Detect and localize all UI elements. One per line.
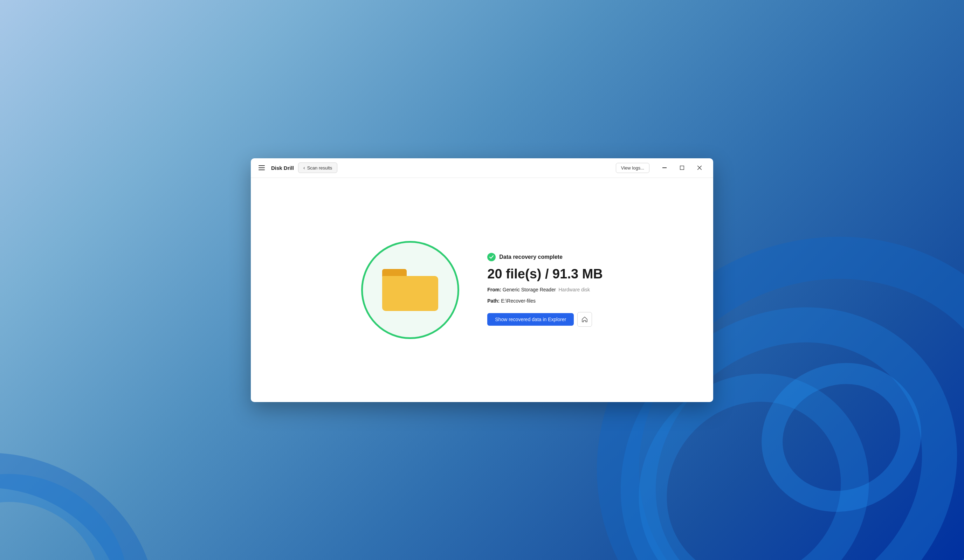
path-value: E:\Recover-files [501, 298, 536, 304]
minimize-icon [663, 168, 667, 168]
folder-icon [382, 269, 438, 311]
from-type: Hardware disk [559, 287, 589, 293]
maximize-button[interactable] [674, 162, 690, 173]
status-text: Data recovery complete [499, 254, 563, 260]
svg-point-4 [0, 432, 174, 560]
svg-point-5 [0, 457, 143, 560]
breadcrumb-back-button[interactable]: ‹ Scan results [298, 163, 337, 173]
back-arrow-icon: ‹ [303, 165, 305, 171]
close-button[interactable] [692, 162, 708, 173]
from-source: Generic Storage Reader [503, 287, 556, 293]
app-window: Disk Drill ‹ Scan results View logs... [251, 158, 713, 402]
titlebar-right: View logs... [616, 162, 708, 173]
path-label: Path: [487, 298, 500, 304]
titlebar-left: Disk Drill ‹ Scan results [256, 163, 616, 173]
app-title: Disk Drill [271, 165, 294, 171]
home-button[interactable] [577, 312, 592, 327]
path-row: Path: E:\Recover-files [487, 298, 602, 304]
maximize-icon [680, 166, 684, 170]
titlebar: Disk Drill ‹ Scan results View logs... [251, 158, 713, 178]
folder-illustration [361, 241, 459, 339]
folder-tab [382, 269, 407, 277]
svg-rect-7 [680, 166, 684, 170]
breadcrumb-label: Scan results [307, 165, 332, 171]
from-label: From: [487, 287, 501, 293]
folder-body [382, 276, 438, 311]
info-section: Data recovery complete 20 file(s) / 91.3… [487, 253, 602, 327]
files-count: 20 file(s) / 91.3 MB [487, 267, 602, 282]
svg-point-3 [754, 354, 929, 521]
status-row: Data recovery complete [487, 253, 602, 261]
show-in-explorer-button[interactable]: Show recovered data in Explorer [487, 313, 574, 326]
checkmark-svg [489, 255, 494, 259]
svg-rect-6 [663, 168, 667, 168]
check-circle-icon [487, 253, 496, 261]
action-row: Show recovered data in Explorer [487, 312, 602, 327]
home-icon [581, 316, 588, 323]
minimize-button[interactable] [656, 162, 673, 173]
from-row: From: Generic Storage Reader Hardware di… [487, 287, 602, 293]
close-icon [697, 166, 702, 170]
main-content: Data recovery complete 20 file(s) / 91.3… [251, 178, 713, 402]
view-logs-button[interactable]: View logs... [616, 163, 650, 173]
menu-button[interactable] [256, 163, 267, 172]
content-inner: Data recovery complete 20 file(s) / 91.3… [361, 241, 602, 339]
